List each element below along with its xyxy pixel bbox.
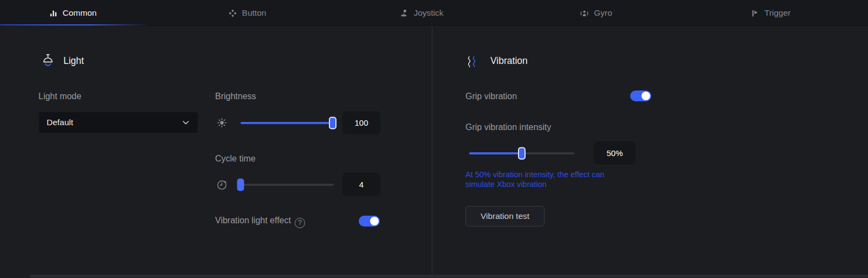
brightness-slider[interactable] [241,117,336,129]
help-icon[interactable]: ? [295,218,305,228]
vibration-light-effect-label: Vibration light effect? [215,216,305,228]
column-divider [432,26,432,278]
cycle-time-slider-handle[interactable] [237,178,244,191]
tab-gyro[interactable]: Gyro [509,0,683,26]
cycle-time-value[interactable]: 4 [342,173,380,196]
brightness-value[interactable]: 100 [342,111,380,134]
brightness-label: Brightness [215,92,256,101]
tab-button[interactable]: Button [160,0,334,26]
vibration-light-effect-text: Vibration light effect [215,216,291,225]
tab-trigger[interactable]: Trigger [683,0,858,26]
horizontal-scrollbar-thumb[interactable] [30,275,868,277]
tab-joystick[interactable]: Joystick [334,0,509,26]
tab-label: Joystick [413,8,443,18]
light-section-title: Light [63,55,84,67]
tab-label: Common [63,8,97,18]
timer-clock-icon [216,178,228,191]
slider-track [238,184,334,186]
tab-label: Gyro [594,8,612,18]
intensity-value[interactable]: 50% [594,141,636,165]
vibration-waves-icon [466,54,481,69]
tab-label: Trigger [765,8,791,18]
cycle-time-label: Cycle time [215,154,256,164]
trigger-icon [750,9,760,18]
grip-vibration-toggle[interactable] [630,90,651,101]
gamepad-settings-window: Common Button [0,0,868,278]
toggle-knob [642,92,650,100]
slider-fill [241,122,336,124]
dpad-buttons-icon [228,9,237,18]
chevron-down-icon [182,118,190,127]
brightness-sun-icon [216,117,228,129]
light-mode-selected-value: Default [47,118,182,127]
bar-chart-icon [49,9,58,18]
joystick-icon [399,9,409,18]
active-tab-underline [0,24,150,26]
vibration-light-effect-toggle[interactable] [359,216,380,227]
gyro-motion-icon [580,9,589,18]
light-mode-label: Light mode [38,92,81,101]
slider-fill [469,152,522,154]
tab-row: Common Button [0,0,858,26]
vibration-section-title: Vibration [490,55,528,67]
toggle-knob [370,217,379,225]
intensity-note: At 50% vibration intensity, the effect c… [465,170,625,189]
cycle-time-slider[interactable] [238,178,334,191]
grip-vibration-intensity-slider[interactable] [469,147,574,159]
tab-label: Button [242,8,267,18]
intensity-slider-handle[interactable] [518,147,526,159]
grip-vibration-intensity-label: Grip vibration intensity [465,122,551,132]
brightness-slider-handle[interactable] [329,117,336,129]
tab-common[interactable]: Common [0,0,160,26]
grip-vibration-label: Grip vibration [465,92,517,101]
pendant-lamp-icon [41,53,55,68]
vibration-test-button[interactable]: Vibration test [465,206,545,227]
tab-bar: Common Button [0,0,868,26]
light-mode-select[interactable]: Default [39,112,198,133]
